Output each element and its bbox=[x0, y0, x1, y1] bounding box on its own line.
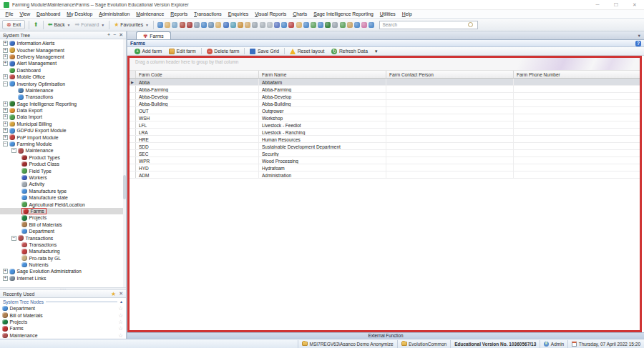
toolbar-icon[interactable] bbox=[223, 22, 229, 28]
tree-item-transactions[interactable]: Transactions bbox=[0, 242, 126, 248]
menu-item-transactions[interactable]: Transactions bbox=[191, 11, 225, 16]
tree-item-manufacture-state[interactable]: Manufacture state bbox=[0, 194, 126, 201]
toolbar-icon[interactable] bbox=[260, 22, 265, 28]
group-by-bar[interactable]: Drag a column header here to group by th… bbox=[130, 58, 640, 71]
grid-row-adm[interactable]: ADMAdministration bbox=[130, 171, 640, 179]
tree-item-dashboard[interactable]: Dashboard bbox=[0, 67, 126, 74]
tree-item-data-import[interactable]: +Data Import bbox=[0, 114, 126, 120]
grid-row-abba-building[interactable]: Abba-BuildingAbba-Building bbox=[130, 100, 640, 107]
tree-item-internet-links[interactable]: +Internet Links bbox=[0, 275, 126, 282]
refresh-data-button[interactable]: ↻Refresh Data bbox=[328, 49, 371, 54]
edit-farm-button[interactable]: Edit farm bbox=[165, 49, 200, 54]
close-icon[interactable]: ✕ bbox=[119, 291, 123, 297]
grid-row-abba-farming[interactable]: Abba-FarmingAbba-Farming bbox=[130, 86, 640, 93]
recent-item-bill-of-materials[interactable]: Bill of Materials☆ bbox=[0, 312, 126, 318]
maximize-button[interactable]: ☐ bbox=[607, 0, 625, 10]
close-icon[interactable]: ✕ bbox=[119, 32, 123, 38]
tree-item-alert-management[interactable]: +Alert Management bbox=[0, 60, 126, 66]
tree-item-transactions[interactable]: Transactions bbox=[0, 94, 126, 100]
menu-item-maintenance[interactable]: Maintenance bbox=[133, 11, 167, 16]
column-header-farm-name[interactable]: Farm Name bbox=[259, 71, 386, 78]
toolbar-icon[interactable] bbox=[369, 22, 374, 28]
tree-scrollbar-thumb[interactable] bbox=[123, 175, 126, 199]
toolbar-icon[interactable] bbox=[354, 22, 360, 28]
favourite-star-icon[interactable]: ☆ bbox=[118, 305, 123, 312]
toolbar-icon[interactable] bbox=[201, 22, 207, 28]
column-header-farm-phone-number[interactable]: Farm Phone Number bbox=[514, 71, 640, 78]
grid-row-lfl[interactable]: LFLLivestock - Feedlot bbox=[130, 121, 640, 129]
star-icon[interactable]: ★ bbox=[111, 291, 116, 297]
tree-item-pnp-import-module[interactable]: +PnP Import Module bbox=[0, 134, 126, 140]
toolbar-icon[interactable] bbox=[311, 22, 316, 28]
toolbar-icon[interactable] bbox=[187, 22, 192, 28]
delete-farm-button[interactable]: −Delete farm bbox=[203, 49, 243, 54]
toolbar-icon[interactable] bbox=[215, 22, 221, 28]
menu-item-sage-intelligence-reporting[interactable]: Sage Intelligence Reporting bbox=[311, 11, 377, 16]
collapse-icon[interactable]: ▲ bbox=[119, 299, 123, 304]
tree-item-agricultural-field-location[interactable]: Agricultural Field/Location bbox=[0, 201, 126, 207]
tree-item-gdpdu-export-module[interactable]: +GDPdU Export Module bbox=[0, 127, 126, 134]
favourites-button[interactable]: ★ Favourites ▼ bbox=[112, 21, 151, 29]
tree-item-transactions[interactable]: −Transactions bbox=[0, 234, 126, 241]
toolbar-icon[interactable] bbox=[281, 22, 287, 28]
expand-icon[interactable]: + bbox=[3, 128, 8, 133]
grid-row-sec[interactable]: SECSecurity bbox=[130, 150, 640, 157]
collapse-icon[interactable]: − bbox=[3, 141, 8, 146]
expand-icon[interactable]: + bbox=[3, 41, 8, 46]
tree-item-bill-of-materials[interactable]: Bill of Materials bbox=[0, 222, 126, 228]
minimize-button[interactable]: ─ bbox=[588, 0, 607, 10]
exit-button[interactable]: ⊗ Exit bbox=[2, 20, 25, 29]
toolbar-icon[interactable] bbox=[208, 22, 214, 28]
menu-item-view[interactable]: View bbox=[16, 11, 34, 16]
menu-item-reports[interactable]: Reports bbox=[167, 11, 191, 16]
toolbar-icon[interactable] bbox=[230, 22, 236, 28]
grid-row-lra[interactable]: LRALivestock - Ranching bbox=[130, 129, 640, 136]
favourite-star-icon[interactable]: ☆ bbox=[118, 312, 123, 319]
expand-icon[interactable]: + bbox=[3, 74, 8, 79]
favourite-star-icon[interactable]: ☆ bbox=[118, 325, 123, 332]
recent-item-projects[interactable]: Projects☆ bbox=[0, 319, 126, 325]
menu-item-my-desktop[interactable]: My Desktop bbox=[64, 11, 96, 16]
collapse-icon[interactable]: − bbox=[11, 236, 16, 241]
expand-icon[interactable]: + bbox=[3, 269, 8, 274]
recent-item-farms[interactable]: Farms☆ bbox=[0, 325, 126, 332]
tab-farms[interactable]: ✾ Farms bbox=[136, 31, 171, 39]
column-header-farm-code[interactable]: Farm Code bbox=[136, 71, 259, 78]
tree-item-sage-evolution-administration[interactable]: +Sage Evolution Administration bbox=[0, 268, 126, 274]
tree-item-mobile-office[interactable]: +Mobile Office bbox=[0, 74, 126, 80]
menu-item-administration[interactable]: Administration bbox=[96, 11, 133, 16]
search-input[interactable] bbox=[379, 21, 478, 29]
tree-item-farming-module[interactable]: −Farming Module bbox=[0, 141, 126, 147]
save-grid-button[interactable]: Save Grid bbox=[246, 49, 283, 54]
column-header-farm-contact-person[interactable]: Farm Contact Person bbox=[386, 71, 514, 78]
menu-item-help[interactable]: Help bbox=[399, 11, 415, 16]
toolbar-icon[interactable] bbox=[318, 22, 323, 28]
tree-item-voucher-management[interactable]: +Voucher Management bbox=[0, 46, 126, 53]
toolbar-icon[interactable] bbox=[245, 22, 250, 28]
tree-item-data-export[interactable]: +Data Export bbox=[0, 107, 126, 114]
toolbar-icon[interactable] bbox=[267, 22, 273, 28]
toolbar-icon[interactable] bbox=[361, 22, 367, 28]
tree-item-product-class[interactable]: Product Class bbox=[0, 161, 126, 167]
tree-item-sage-intelligence-reporting[interactable]: +Sage Intelligence Reporting bbox=[0, 101, 126, 107]
expand-all-icon[interactable]: + bbox=[107, 32, 110, 38]
tree-item-delivery-management[interactable]: +Delivery Management bbox=[0, 54, 126, 60]
tree-item-pro-rata-by-gl[interactable]: Pro-rata by GL bbox=[0, 255, 126, 262]
tree-item-field-type[interactable]: Field Type bbox=[0, 167, 126, 174]
tree-item-farms[interactable]: Farms bbox=[0, 208, 126, 214]
recently-used-group[interactable]: System Tree Nodes ▲ bbox=[0, 298, 126, 305]
toolbar-icon[interactable] bbox=[157, 22, 163, 28]
grid-row-abba[interactable]: ▶AbbaAbbafarm bbox=[130, 79, 640, 86]
up-button[interactable]: ⬆ bbox=[31, 21, 41, 29]
toolbar-icon[interactable] bbox=[180, 22, 185, 28]
expand-icon[interactable]: + bbox=[3, 135, 8, 140]
toolbar-icon[interactable] bbox=[274, 22, 280, 28]
favourite-star-icon[interactable]: ☆ bbox=[118, 332, 123, 339]
menu-item-utilities[interactable]: Utilities bbox=[376, 11, 399, 16]
menu-item-dashboard[interactable]: Dashboard bbox=[34, 11, 64, 16]
tree-scrollbar[interactable] bbox=[123, 39, 126, 287]
expand-icon[interactable]: + bbox=[3, 101, 8, 106]
add-farm-button[interactable]: +Add farm bbox=[131, 49, 165, 54]
collapse-icon[interactable]: − bbox=[11, 148, 16, 153]
tree-item-municipal-billing[interactable]: +Municipal Billing bbox=[0, 121, 126, 127]
